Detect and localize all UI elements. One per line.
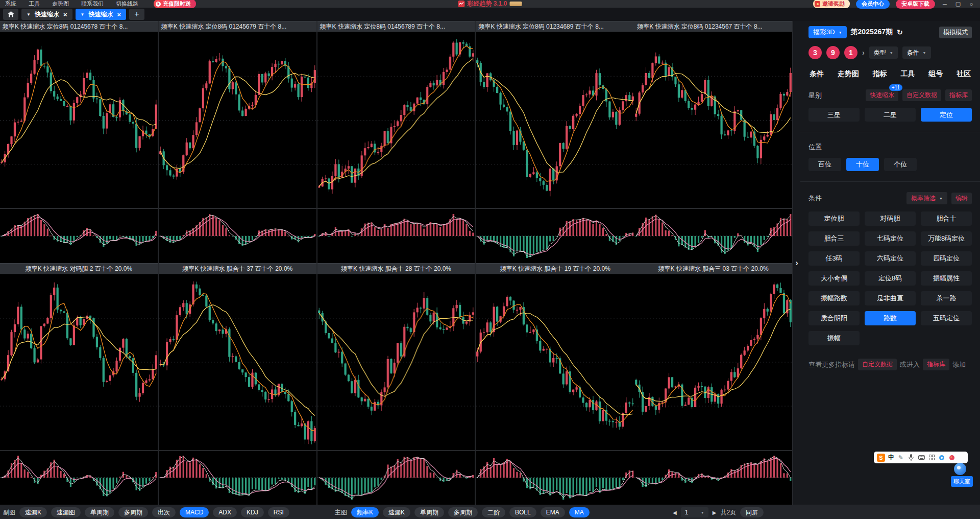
android-download-button[interactable]: 安卓版下载: [896, 0, 935, 9]
candlestick-chart[interactable]: [476, 274, 634, 450]
microphone-icon[interactable]: [908, 454, 915, 461]
ime-language-icon[interactable]: 中: [888, 453, 894, 462]
ime-toolbar[interactable]: S 中 ✎: [874, 452, 968, 463]
edit-button[interactable]: 编辑: [951, 193, 972, 204]
subchart-indicator-button[interactable]: 速漏K: [19, 507, 47, 517]
simulation-mode-button[interactable]: 模拟模式: [939, 27, 972, 38]
macd-chart[interactable]: [476, 451, 634, 505]
workspace-tab[interactable]: ▼ 快速缩水 ×: [76, 9, 127, 20]
subchart-indicator-button[interactable]: MACD: [180, 507, 209, 517]
chart-header[interactable]: 频率K 快速缩水 定位8码 01245678 百十个 8...: [0, 21, 158, 32]
menu-item[interactable]: 系统: [5, 0, 16, 8]
candlestick-chart[interactable]: [0, 32, 158, 208]
chart-header[interactable]: 频率K 快速缩水 定位8码 01234689 百十个 8...: [476, 21, 634, 32]
macd-chart[interactable]: [317, 209, 475, 263]
condition-button[interactable]: 四码定位: [921, 251, 972, 266]
chart-header[interactable]: 频率K 快速缩水 定位8码 01245679 百十个 8...: [159, 21, 316, 32]
sidebar-tab[interactable]: 工具: [900, 69, 915, 79]
tab-close-icon[interactable]: ×: [117, 11, 121, 18]
subchart-indicator-button[interactable]: RSI: [268, 507, 289, 517]
sidebar-collapse-handle[interactable]: ›: [795, 258, 798, 268]
pencil-icon[interactable]: ✎: [897, 454, 904, 461]
mainchart-indicator-button[interactable]: 多周期: [448, 507, 478, 517]
recharge-promo-button[interactable]: ¥ 充值限时送: [154, 0, 196, 8]
page-select[interactable]: 1 ▼: [681, 507, 708, 517]
maximize-button[interactable]: ▢: [954, 1, 962, 7]
invite-reward-button[interactable]: 邀请奖励: [813, 0, 850, 8]
condition-button[interactable]: 质合阴阳: [808, 311, 860, 325]
red-chip-button[interactable]: 快速缩水 +11: [866, 89, 898, 101]
condition-button[interactable]: 杀一路: [921, 291, 972, 305]
candlestick-chart[interactable]: [159, 274, 316, 450]
sidebar-tab[interactable]: 社区: [957, 69, 971, 79]
macd-chart[interactable]: [634, 451, 792, 505]
power-button[interactable]: ○: [968, 1, 975, 7]
candlestick-chart[interactable]: [476, 32, 634, 208]
chatroom-button[interactable]: 聊天室: [951, 476, 973, 487]
menu-item[interactable]: 联系我们: [81, 0, 104, 8]
indicator-library-link[interactable]: 指标库: [923, 359, 949, 370]
chart-header[interactable]: 频率K 快速缩水 胆合十 28 百十个 20.0%: [317, 263, 475, 274]
puzzle-icon[interactable]: [938, 454, 945, 461]
mainchart-indicator-button[interactable]: 二阶: [482, 507, 505, 517]
probability-filter-select[interactable]: 概率筛选 ▼: [906, 192, 947, 204]
candlestick-chart[interactable]: [634, 32, 792, 208]
condition-button[interactable]: 是非曲直: [865, 291, 916, 305]
tab-close-icon[interactable]: ×: [63, 11, 67, 18]
macd-chart[interactable]: [317, 451, 475, 505]
menu-item[interactable]: 走势图: [52, 0, 69, 8]
tab-caret-icon[interactable]: ▼: [81, 12, 85, 17]
condition-button[interactable]: 定位8码: [865, 271, 916, 286]
mainchart-indicator-button[interactable]: BOLL: [509, 507, 536, 517]
condition-button[interactable]: 振幅路数: [808, 291, 860, 305]
subchart-indicator-button[interactable]: 多周期: [118, 507, 148, 517]
next-page-icon[interactable]: ▶: [713, 510, 717, 515]
custom-data-link[interactable]: 自定义数据: [858, 359, 897, 370]
subchart-indicator-button[interactable]: 速漏图: [51, 507, 81, 517]
position-button[interactable]: 个位: [884, 158, 917, 171]
condition-button[interactable]: 六码定位: [865, 251, 916, 266]
workspace-tab[interactable]: ▼ 快速缩水 ×: [21, 9, 72, 20]
condition-button[interactable]: 定位胆: [808, 211, 860, 226]
star-mode-button[interactable]: 三星: [808, 108, 860, 122]
sidebar-tab[interactable]: 指标: [873, 69, 887, 79]
chart-header[interactable]: 频率K 快速缩水 定位8码 01456789 百十个 8...: [317, 21, 475, 32]
condition-button[interactable]: 胆合十: [921, 211, 972, 226]
prev-page-icon[interactable]: ◀: [673, 510, 677, 515]
condition-button[interactable]: 大小奇偶: [808, 271, 860, 286]
mainchart-indicator-button[interactable]: MA: [569, 507, 590, 517]
skin-icon[interactable]: [948, 454, 955, 461]
mainchart-indicator-button[interactable]: EMA: [541, 507, 565, 517]
candlestick-chart[interactable]: [634, 274, 792, 450]
tab-caret-icon[interactable]: ▼: [27, 12, 31, 17]
condition-button[interactable]: 对码胆: [865, 211, 916, 226]
macd-chart[interactable]: [0, 209, 158, 263]
refresh-icon[interactable]: ↻: [897, 28, 903, 36]
condition-button[interactable]: 路数: [865, 311, 916, 325]
sidebar-tab[interactable]: 走势图: [838, 69, 859, 79]
subchart-indicator-button[interactable]: KDJ: [241, 507, 264, 517]
chevron-right-icon[interactable]: ›: [862, 49, 865, 57]
macd-chart[interactable]: [0, 451, 158, 505]
subchart-indicator-button[interactable]: 出次: [152, 507, 176, 517]
condition-button[interactable]: 任3码: [808, 251, 860, 266]
chart-header[interactable]: 频率K 快速缩水 胆合十 19 百十个 20.0%: [476, 263, 634, 274]
sidebar-tab[interactable]: 组号: [928, 69, 943, 79]
menu-item[interactable]: 工具: [29, 0, 40, 8]
mainchart-indicator-button[interactable]: 单周期: [414, 507, 444, 517]
chart-header[interactable]: 频率K 快速缩水 胆合十 37 百十个 20.0%: [159, 263, 316, 274]
candlestick-chart[interactable]: [317, 32, 475, 208]
red-chip-button[interactable]: 自定义数据: [902, 89, 941, 101]
mainchart-indicator-button[interactable]: 频率K: [351, 507, 379, 517]
same-screen-button[interactable]: 同屏: [740, 507, 764, 517]
red-chip-button[interactable]: 指标库: [945, 89, 972, 101]
chat-ball-icon[interactable]: [954, 463, 966, 475]
condition-button[interactable]: 胆合三: [808, 231, 860, 246]
condition-button[interactable]: 万能8码定位: [921, 231, 972, 246]
minimize-button[interactable]: ─: [941, 1, 948, 7]
chart-header[interactable]: 频率K 快速缩水 定位8码 01234567 百十个 8...: [634, 21, 792, 32]
add-tab-button[interactable]: +: [129, 9, 144, 20]
macd-chart[interactable]: [159, 451, 316, 505]
condition-button[interactable]: 五码定位: [921, 311, 972, 325]
condition-button[interactable]: 七码定位: [865, 231, 916, 246]
